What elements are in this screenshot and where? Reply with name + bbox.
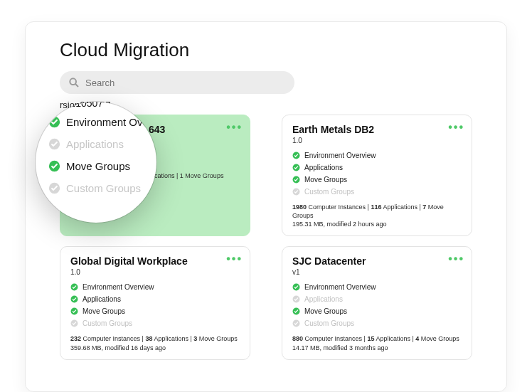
status-item: Move Groups: [292, 307, 462, 315]
check-icon: [292, 307, 300, 315]
status-item: Move Groups: [70, 307, 240, 315]
search-bar[interactable]: [60, 71, 294, 94]
card-status-list: Environment Overview Applications Move G…: [70, 283, 240, 327]
card-title: Global Digital Workplace: [70, 255, 240, 267]
main-panel: Cloud Migration rsion210507 ••• 643 cati…: [25, 21, 507, 392]
status-item: Applications: [292, 295, 462, 303]
status-item: Applications: [292, 164, 462, 171]
more-icon[interactable]: •••: [226, 121, 243, 134]
card-global-workplace[interactable]: ••• Global Digital Workplace 1.0 Environ…: [60, 246, 250, 359]
card-title: 643: [70, 124, 240, 135]
status-item: Custom Groups: [70, 319, 240, 327]
check-icon: [292, 176, 300, 184]
check-icon: [70, 307, 78, 315]
search-input[interactable]: [85, 78, 286, 88]
check-icon: [292, 188, 300, 196]
card-title: Earth Metals DB2: [292, 124, 462, 135]
card-meta: 1980 Computer Instances | 116 Applicatio…: [292, 203, 462, 228]
search-icon: [68, 77, 80, 88]
status-item: Custom Groups: [292, 188, 462, 196]
check-icon: [292, 283, 300, 291]
card-grid: ••• 643 cations | 1 Move Groups ••• Eart…: [60, 115, 472, 360]
card-meta: cations | 1 Move Groups: [70, 171, 240, 180]
status-item: Applications: [70, 295, 240, 303]
card-subtitle: 1.0: [292, 137, 462, 144]
svg-point-0: [70, 78, 76, 85]
card-sjc-datacenter[interactable]: ••• SJC Datacenter v1 Environment Overvi…: [282, 246, 472, 359]
check-icon: [70, 283, 78, 291]
card-subtitle: [70, 137, 240, 144]
card-subtitle: v1: [292, 268, 462, 276]
more-icon[interactable]: •••: [226, 253, 243, 265]
card-meta: 880 Computer Instances | 15 Applications…: [292, 334, 462, 351]
status-item: Environment Overview: [292, 152, 462, 159]
card-status-list: Environment Overview Applications Move G…: [292, 283, 462, 327]
check-icon: [292, 164, 300, 171]
status-item: Move Groups: [292, 176, 462, 184]
card-meta: 232 Computer Instances | 38 Applications…: [70, 334, 240, 351]
card-earth-metals[interactable]: ••• Earth Metals DB2 1.0 Environment Ove…: [282, 115, 472, 236]
status-item: Custom Groups: [292, 319, 462, 327]
status-item: Environment Overview: [292, 283, 462, 291]
check-icon: [292, 295, 300, 303]
check-icon: [292, 152, 300, 159]
more-icon[interactable]: •••: [448, 121, 464, 134]
card-subtitle: 1.0: [70, 268, 240, 276]
check-icon: [292, 319, 300, 327]
version-label: rsion210507: [60, 100, 472, 110]
page-title: Cloud Migration: [60, 39, 472, 61]
status-item: Environment Overview: [70, 283, 240, 291]
card-highlighted[interactable]: ••• 643 cations | 1 Move Groups: [60, 115, 250, 236]
check-icon: [70, 319, 78, 327]
card-status-list: Environment Overview Applications Move G…: [292, 152, 462, 196]
check-icon: [70, 295, 78, 303]
more-icon[interactable]: •••: [448, 253, 464, 265]
svg-line-1: [75, 84, 78, 87]
card-title: SJC Datacenter: [292, 255, 462, 267]
